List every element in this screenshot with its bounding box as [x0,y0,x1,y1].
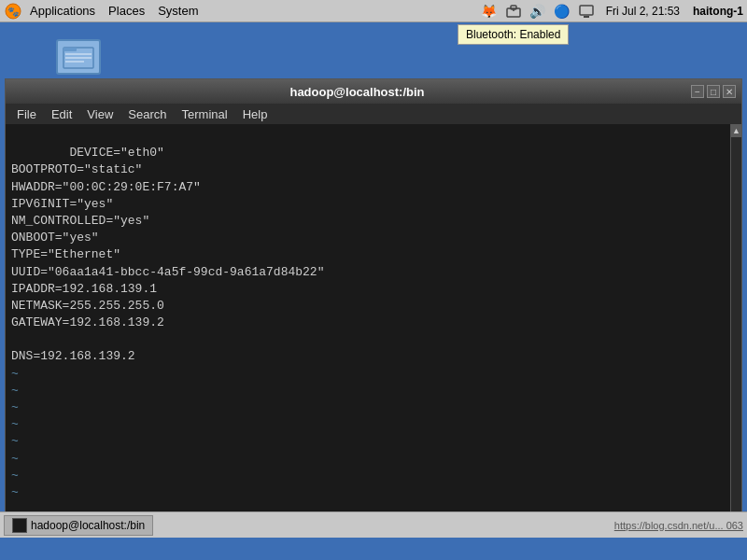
svg-rect-3 [511,6,516,9]
term-menu-terminal[interactable]: Terminal [175,105,235,123]
taskbar-terminal-label: hadoop@localhost:/bin [31,519,145,532]
bluetooth-icon[interactable]: 🔵 [552,2,572,21]
top-menubar: 🐾 Applications Places System 🦊 🔊 🔵 Fri J… [0,0,747,22]
svg-rect-8 [63,48,77,51]
terminal-body: DEVICE="eth0" BOOTPROTO="static" HWADDR=… [6,124,741,525]
terminal-window: hadoop@localhost:/bin − □ ✕ File Edit Vi… [5,78,742,526]
term-menu-file[interactable]: File [9,105,44,123]
system-menu[interactable]: System [152,2,204,20]
scroll-up-arrow[interactable]: ▲ [731,124,742,137]
content-line-1: DEVICE="eth0" BOOTPROTO="static" HWADDR=… [11,146,324,525]
top-bar-left: 🐾 Applications Places System [4,2,204,21]
svg-rect-9 [65,53,92,55]
volume-icon[interactable]: 🔊 [528,2,548,21]
bluetooth-tooltip: Bluetooth: Enabled [458,24,569,45]
distro-icon: 🐾 [4,2,22,21]
term-menu-search[interactable]: Search [120,105,174,123]
close-button[interactable]: ✕ [723,85,736,98]
desktop: hadoop@localhost:/bin − □ ✕ File Edit Vi… [0,22,747,538]
svg-rect-6 [584,16,589,18]
places-menu[interactable]: Places [103,2,150,20]
terminal-title: hadoop@localhost:/bin [26,85,688,99]
maximize-button[interactable]: □ [707,85,720,98]
top-bar-right: 🦊 🔊 🔵 Fri Jul 2, 21:53 haitong-1 [479,2,743,21]
term-menu-edit[interactable]: Edit [44,105,79,123]
hostname-display: haitong-1 [693,5,743,18]
taskbar-terminal-icon [12,518,27,533]
svg-rect-11 [65,61,84,63]
svg-rect-5 [580,6,593,15]
network-icon[interactable] [503,2,524,21]
minimize-button[interactable]: − [691,85,704,98]
display-icon[interactable] [576,2,597,21]
term-menu-view[interactable]: View [79,105,120,123]
window-controls: − □ ✕ [688,85,736,98]
terminal-titlebar: hadoop@localhost:/bin − □ ✕ [6,79,741,104]
desktop-file-icon[interactable] [56,39,101,75]
taskbar: hadoop@localhost:/bin https://blog.csdn.… [0,511,747,538]
firefox-icon[interactable]: 🦊 [479,2,500,21]
svg-text:🐾: 🐾 [7,6,20,18]
taskbar-left: hadoop@localhost:/bin [4,515,153,536]
applications-menu[interactable]: Applications [24,2,101,20]
datetime-display: Fri Jul 2, 21:53 [606,5,680,18]
term-menu-help[interactable]: Help [235,105,275,123]
taskbar-terminal-item[interactable]: hadoop@localhost:/bin [4,515,153,536]
terminal-menubar: File Edit View Search Terminal Help [6,104,741,124]
terminal-content[interactable]: DEVICE="eth0" BOOTPROTO="static" HWADDR=… [6,124,730,525]
svg-rect-10 [65,57,92,59]
taskbar-url-hint: https://blog.csdn.net/u... 063 [614,520,743,531]
terminal-scrollbar[interactable]: ▲ ▼ [730,124,741,525]
file-icon-image [56,39,101,75]
scrollbar-track[interactable] [731,137,741,512]
